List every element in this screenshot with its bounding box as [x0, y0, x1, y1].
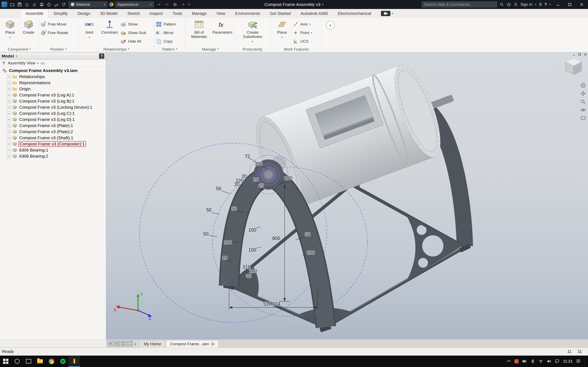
pan-icon[interactable]	[580, 91, 586, 96]
app-icon[interactable]	[2, 2, 7, 7]
pattern-group-label[interactable]: Pattern▾	[155, 47, 185, 52]
chat-icon[interactable]	[555, 359, 559, 364]
screencast-icon[interactable]	[381, 11, 390, 16]
create-substitutes-button[interactable]: Create Substitutes ▾	[240, 20, 265, 44]
dimension-label[interactable]: 20	[234, 182, 240, 187]
dimension-label[interactable]: 10	[222, 255, 227, 261]
tab-inspect[interactable]: Inspect	[145, 9, 168, 18]
tree-item-leg-d[interactable]: + Compost Frame v3 (Leg D):1	[0, 117, 106, 123]
find-icon[interactable]	[40, 61, 45, 66]
help-caret-icon[interactable]: ▾	[549, 3, 551, 6]
spotify-button[interactable]	[57, 356, 69, 367]
tree-item-plate-2[interactable]: + Compost Frame v3 (Plate):2	[0, 129, 106, 135]
tab-autodesk-a360[interactable]: Autodesk A360	[296, 9, 333, 18]
expand-icon[interactable]: +	[7, 111, 11, 115]
dimension-label[interactable]: 50	[203, 231, 208, 236]
taskbar-clock[interactable]: 11:21	[563, 359, 572, 364]
update-icon[interactable]	[61, 1, 67, 8]
dimension-label[interactable]: 100	[285, 175, 292, 181]
parameters-button[interactable]: fx Parameters	[213, 20, 232, 39]
assembly-view-caret-icon[interactable]: ▾	[37, 61, 39, 65]
tree-item-leg-c[interactable]: + Compost Frame v3 (Leg C):1	[0, 110, 106, 117]
constrain-button[interactable]: Constrain	[100, 20, 119, 46]
create-button[interactable]: Create	[20, 20, 37, 40]
show-sick-button[interactable]: Show Sick	[120, 29, 146, 37]
look-at-icon[interactable]	[580, 115, 586, 121]
qat-customize-caret-icon[interactable]: ▾	[188, 3, 190, 6]
sign-in-button[interactable]: Sign In	[520, 2, 532, 7]
component-group-label[interactable]: Component▾	[0, 47, 39, 52]
dimension-label[interactable]: 100	[249, 247, 256, 253]
productivity-group-label[interactable]: Productivity	[234, 47, 271, 52]
free-move-button[interactable]: Free Move	[40, 20, 77, 29]
tree-item-origin[interactable]: + Origin	[0, 86, 106, 92]
sign-in-caret-icon[interactable]: ▾	[535, 3, 536, 6]
tab-list-caret-icon[interactable]: ▴	[134, 342, 137, 345]
joint-button[interactable]: Joint ▾	[80, 20, 99, 46]
help-icon[interactable]: ?	[544, 2, 547, 7]
user-icon[interactable]	[513, 2, 518, 7]
home-icon[interactable]	[46, 1, 52, 8]
view-cube[interactable]	[562, 55, 585, 78]
dimension-label[interactable]: 100	[307, 250, 315, 255]
axis-button[interactable]: Axis ▾	[293, 20, 312, 29]
orbit-icon[interactable]	[580, 107, 586, 113]
expand-icon[interactable]: +	[7, 87, 11, 91]
tray-expand-icon[interactable]	[507, 360, 511, 364]
filter-icon[interactable]	[2, 61, 6, 66]
expand-icon[interactable]: +	[7, 81, 11, 85]
window-minimize-button[interactable]	[553, 0, 563, 9]
title-caret-icon[interactable]: ▾	[322, 3, 324, 6]
tree-item-leg-b[interactable]: + Compost Frame v3 (Leg B):1	[0, 98, 106, 104]
window-maximize-button[interactable]	[565, 0, 575, 9]
plane-button[interactable]: Plane ▾	[273, 20, 291, 46]
expand-icon[interactable]: +	[7, 124, 11, 128]
expand-icon[interactable]: +	[7, 142, 11, 146]
layout-single-icon[interactable]	[108, 341, 113, 346]
tree-item-plate-1[interactable]: + Compost Frame v3 (Plate):1	[0, 123, 106, 129]
free-rotate-button[interactable]: Free Rotate	[40, 29, 77, 37]
layout-quad-icon[interactable]	[127, 341, 133, 346]
expand-icon[interactable]: +	[7, 117, 11, 122]
full-navigation-wheel-icon[interactable]	[580, 83, 586, 88]
tab-sketch[interactable]: Sketch	[122, 9, 145, 18]
adjust-all-icon[interactable]	[164, 1, 170, 8]
expand-icon[interactable]: +	[7, 130, 11, 134]
file-explorer-button[interactable]	[34, 356, 46, 367]
parameters-quick-icon[interactable]: fx	[172, 1, 178, 8]
tab-environments[interactable]: Environments	[230, 9, 265, 18]
show-button[interactable]: Show	[120, 20, 146, 29]
tab-manage[interactable]: Manage	[187, 9, 212, 18]
redo-icon[interactable]	[31, 1, 38, 8]
tree-item-root[interactable]: Compost Frame Assembly v3.iam	[0, 67, 106, 74]
action-center-icon[interactable]	[576, 359, 581, 364]
task-view-button[interactable]	[23, 356, 34, 367]
tab-document[interactable]: Compost Frame...iam	[166, 340, 218, 347]
bluetooth-icon[interactable]	[530, 359, 535, 364]
browser-help-button[interactable]: ?	[99, 53, 104, 59]
dimension-label[interactable]: 10	[253, 177, 259, 182]
expand-icon[interactable]: +	[7, 136, 11, 140]
expand-icon[interactable]: +	[7, 93, 11, 97]
dimension-label[interactable]: 100	[249, 227, 256, 233]
material-dropdown[interactable]: Material ▾	[69, 1, 107, 8]
help-search-input[interactable]	[422, 1, 497, 8]
zoom-icon[interactable]	[580, 99, 586, 104]
dimension-label[interactable]: 50	[305, 232, 310, 237]
print-icon[interactable]	[38, 1, 45, 8]
appearance-dropdown[interactable]: Appearance ▾	[115, 1, 154, 8]
hide-all-button[interactable]: Hide All	[120, 37, 146, 46]
tree-item-leg-a[interactable]: + Compost Frame v3 (Leg A):1	[0, 92, 106, 98]
model-canvas[interactable]: 72 350 20 220 20 10 25 100 50 50 50 50 1…	[106, 52, 588, 339]
dimension-label[interactable]: 30	[246, 273, 251, 279]
tree-item-bearing-1[interactable]: + 6306 Bearing:1	[0, 147, 106, 153]
bill-of-materials-button[interactable]: Bill of Materials	[187, 20, 211, 39]
open-icon[interactable]	[9, 1, 16, 8]
battery-icon[interactable]	[522, 359, 527, 364]
dimension-label[interactable]: 50	[232, 206, 237, 211]
tree-item-composter[interactable]: + Compost Frame v3 (Composter):1	[0, 141, 106, 147]
dimension-label[interactable]: 72	[245, 154, 250, 159]
tab-design[interactable]: Design	[73, 9, 95, 18]
start-button[interactable]	[0, 356, 11, 367]
volume-icon[interactable]	[547, 359, 551, 364]
